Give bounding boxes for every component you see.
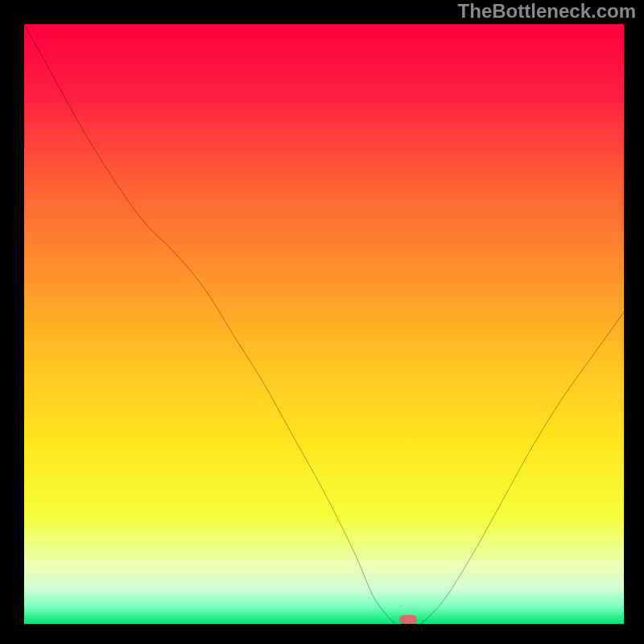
optimal-marker [399,615,417,624]
bottleneck-curve [24,24,624,624]
plot-area [24,24,624,624]
chart-container: { "watermark": "TheBottleneck.com", "cha… [0,0,644,644]
watermark-text: TheBottleneck.com [458,0,636,23]
